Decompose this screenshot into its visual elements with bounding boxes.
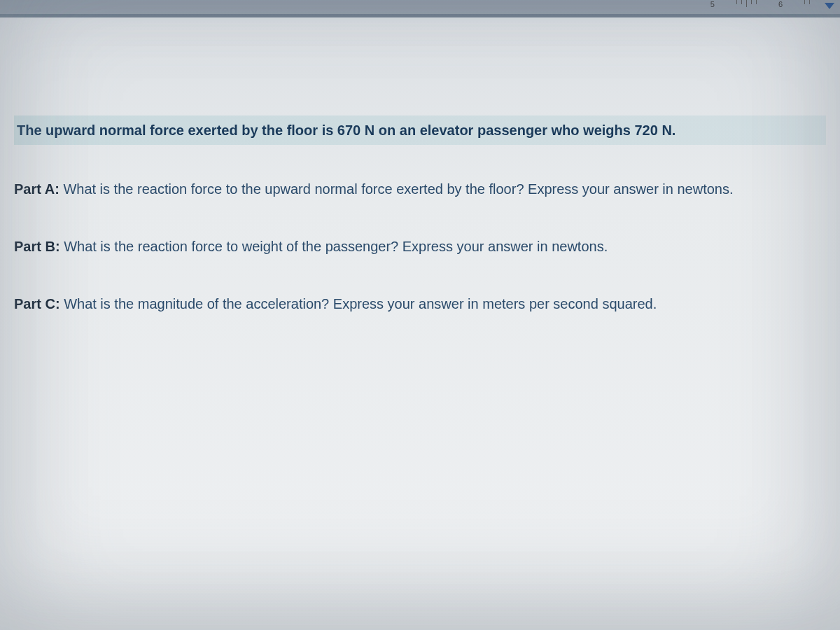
part-a: Part A: What is the reaction force to th…: [14, 178, 826, 200]
ruler-number-6: 6: [778, 0, 783, 8]
document-page: The upward normal force exerted by the f…: [0, 18, 840, 630]
ruler-marks: 5 6: [691, 0, 812, 8]
ruler-tick: [809, 0, 810, 4]
part-a-text: What is the reaction force to the upward…: [59, 181, 734, 197]
ruler-number-5: 5: [710, 0, 715, 8]
problem-statement: The upward normal force exerted by the f…: [17, 120, 823, 141]
part-b: Part B: What is the reaction force to we…: [14, 236, 826, 257]
part-c-text: What is the magnitude of the acceleratio…: [60, 296, 657, 312]
problem-statement-highlight: The upward normal force exerted by the f…: [14, 115, 826, 145]
part-b-label: Part B:: [14, 239, 60, 254]
ruler-tick: [741, 0, 742, 4]
ruler-tick: [751, 0, 752, 4]
part-c: Part C: What is the magnitude of the acc…: [14, 293, 826, 314]
ruler-tick: [746, 0, 747, 7]
part-b-text: What is the reaction force to weight of …: [60, 239, 608, 254]
ruler-tick: [736, 0, 737, 4]
part-a-label: Part A:: [14, 181, 59, 197]
ruler-tick: [804, 0, 805, 4]
ruler-bar: 5 6: [0, 0, 840, 14]
part-c-label: Part C:: [14, 296, 60, 312]
chevron-down-icon[interactable]: [825, 3, 834, 9]
ruler-tick: [756, 0, 757, 4]
